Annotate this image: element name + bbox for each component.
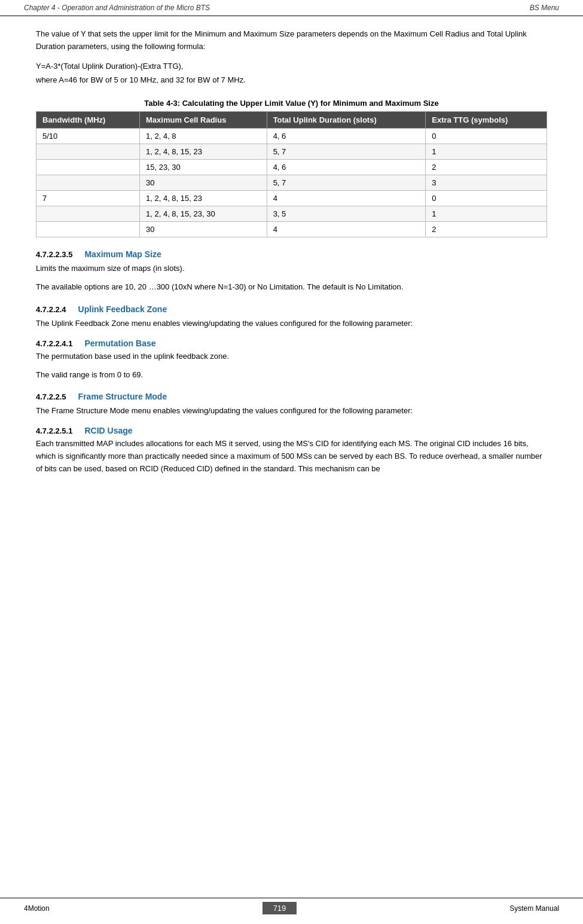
page-footer: 4Motion 719 System Manual [0,898,583,918]
section-472251-row: 4.7.2.2.5.1 RCID Usage [36,426,547,435]
section-472241-title: Permutation Base [84,339,155,348]
data-table: Bandwidth (MHz) Maximum Cell Radius Tota… [36,111,547,237]
section-47225-para: The Frame Structure Mode menu enables vi… [36,405,547,417]
footer-right: System Manual [509,904,559,913]
table-row: 15, 23, 304, 62 [36,160,547,175]
table-cell-5-0 [36,206,140,222]
table-cell-1-2: 5, 7 [267,144,426,160]
table-cell-3-1: 30 [140,175,267,191]
section-472251-para: Each transmitted MAP includes allocation… [36,438,547,475]
table-cell-5-1: 1, 2, 4, 8, 15, 23, 30 [140,206,267,222]
footer-left: 4Motion [24,904,50,913]
section-47224-para: The Uplink Feedback Zone menu enables vi… [36,318,547,330]
table-cell-0-0: 5/10 [36,129,140,144]
footer-center: 719 [262,902,297,914]
section-472251-num: 4.7.2.2.5.1 [36,426,72,435]
table-cell-2-0 [36,160,140,175]
table-cell-0-3: 0 [426,129,547,144]
section-4722-num: 4.7.2.2.3.5 [36,250,72,259]
table-cell-3-3: 3 [426,175,547,191]
table-cell-6-1: 30 [140,222,267,237]
table-header-row: Bandwidth (MHz) Maximum Cell Radius Tota… [36,112,547,129]
table-row: 3042 [36,222,547,237]
section-4722-para2: The available options are 10, 20 …300 (1… [36,281,547,294]
table-cell-5-3: 1 [426,206,547,222]
section-472241-num: 4.7.2.2.4.1 [36,339,72,348]
table-cell-1-3: 1 [426,144,547,160]
table-cell-5-2: 3, 5 [267,206,426,222]
formula-line2: where A=46 for BW of 5 or 10 MHz, and 32… [36,73,547,87]
section-472241-para1: The permutation base used in the uplink … [36,350,547,363]
table-cell-4-1: 1, 2, 4, 8, 15, 23 [140,191,267,206]
table-cell-4-2: 4 [267,191,426,206]
section-472241-row: 4.7.2.2.4.1 Permutation Base [36,339,547,348]
table-cell-2-2: 4, 6 [267,160,426,175]
section-47224-row: 4.7.2.2.4 Uplink Feedback Zone [36,304,547,314]
section-47225-num: 4.7.2.2.5 [36,392,66,401]
table-cell-2-1: 15, 23, 30 [140,160,267,175]
section-4722-title: Maximum Map Size [84,249,161,259]
section-472241-para2: The valid range is from 0 to 69. [36,369,547,382]
table-row: 71, 2, 4, 8, 15, 2340 [36,191,547,206]
table-cell-1-1: 1, 2, 4, 8, 15, 23 [140,144,267,160]
formula-block: Y=A-3*(Total Uplink Duration)-(Extra TTG… [36,59,547,87]
section-47224-num: 4.7.2.2.4 [36,305,66,314]
section-472251-title: RCID Usage [84,426,132,435]
page-content: The value of Y that sets the upper limit… [0,16,583,517]
table-cell-3-2: 5, 7 [267,175,426,191]
section-47225-row: 4.7.2.2.5 Frame Structure Mode [36,392,547,401]
header-right: BS Menu [530,4,559,12]
header-left: Chapter 4 - Operation and Administration… [24,4,210,12]
intro-paragraph: The value of Y that sets the upper limit… [36,28,547,53]
table-row: 305, 73 [36,175,547,191]
section-47224-title: Uplink Feedback Zone [78,304,167,314]
col-header-bw: Bandwidth (MHz) [36,112,140,129]
table-row: 1, 2, 4, 8, 15, 23, 303, 51 [36,206,547,222]
section-4722-row: 4.7.2.2.3.5 Maximum Map Size [36,249,547,259]
table-cell-0-2: 4, 6 [267,129,426,144]
table-cell-6-0 [36,222,140,237]
table-title: Table 4-3: Calculating the Upper Limit V… [36,99,547,108]
table-cell-6-2: 4 [267,222,426,237]
table-cell-4-0: 7 [36,191,140,206]
col-header-radius: Maximum Cell Radius [140,112,267,129]
col-header-duration: Total Uplink Duration (slots) [267,112,426,129]
formula-line1: Y=A-3*(Total Uplink Duration)-(Extra TTG… [36,59,547,73]
page-header: Chapter 4 - Operation and Administration… [0,0,583,16]
col-header-ttg: Extra TTG (symbols) [426,112,547,129]
table-row: 1, 2, 4, 8, 15, 235, 71 [36,144,547,160]
section-4722-para1: Limits the maximum size of maps (in slot… [36,263,547,275]
table-cell-2-3: 2 [426,160,547,175]
table-cell-4-3: 0 [426,191,547,206]
table-cell-6-3: 2 [426,222,547,237]
table-cell-1-0 [36,144,140,160]
section-47225-title: Frame Structure Mode [78,392,167,401]
table-row: 5/101, 2, 4, 84, 60 [36,129,547,144]
table-cell-0-1: 1, 2, 4, 8 [140,129,267,144]
table-cell-3-0 [36,175,140,191]
